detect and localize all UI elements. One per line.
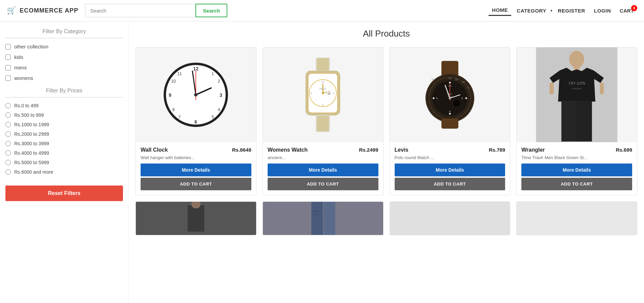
svg-point-30 <box>322 92 324 94</box>
add-to-cart-wrangler[interactable]: ADD TO CART <box>521 178 632 190</box>
price-6000-more[interactable]: Rs.6000 and more <box>5 169 123 175</box>
checkbox-kids[interactable] <box>5 55 11 60</box>
svg-point-17 <box>194 93 198 96</box>
category-other-collection[interactable]: other collection <box>5 44 123 49</box>
product-card-wall-clock: 12 3 6 9 1 2 4 5 7 8 10 11 <box>136 47 256 195</box>
svg-text:6: 6 <box>322 104 324 107</box>
product-actions-wall-clock: More Details ADD TO CART <box>136 164 256 195</box>
svg-text:1: 1 <box>212 71 214 76</box>
more-details-levis[interactable]: More Details <box>395 164 505 176</box>
product-card-levis: 55 60 65 70 50 12 3 <box>390 47 511 195</box>
svg-point-59 <box>449 97 451 100</box>
product-name-price-wall-clock: Wall Clock Rs.8648 <box>141 147 251 153</box>
radio-6000-more[interactable] <box>5 169 11 175</box>
radio-1000-1999[interactable] <box>5 122 11 127</box>
more-details-wall-clock[interactable]: More Details <box>141 164 251 176</box>
svg-rect-71 <box>188 205 204 232</box>
more-details-womens-watch[interactable]: More Details <box>268 164 378 176</box>
chevron-down-icon: ▾ <box>550 8 553 13</box>
main-layout: Filter By Category other collection kids… <box>0 22 644 303</box>
price-500-999[interactable]: Rs.500 to 999 <box>5 112 123 118</box>
svg-text:collection: collection <box>572 87 582 90</box>
svg-text:50: 50 <box>432 78 434 81</box>
product-info-levis: Levis Rs.789 Polo round Watch ... <box>390 142 510 164</box>
radio-4000-4999[interactable] <box>5 150 11 156</box>
levis-watch-image: 55 60 65 70 50 12 3 <box>416 61 484 129</box>
navbar: 🛒 ECOMMERCE APP Search HOME CATEGORY ▾ R… <box>0 0 644 22</box>
category-kids[interactable]: kids <box>5 54 123 60</box>
price-4000-4999[interactable]: Rs.4000 to 4999 <box>5 150 123 156</box>
svg-text:9: 9 <box>311 92 312 95</box>
nav-register[interactable]: REGISTER <box>555 6 589 16</box>
reset-filters-button[interactable]: Reset Filters <box>5 186 123 201</box>
svg-rect-19 <box>317 58 329 70</box>
more-details-wrangler[interactable]: More Details <box>521 164 632 176</box>
add-to-cart-levis[interactable]: ADD TO CART <box>395 178 505 190</box>
brand-name: ECOMMERCE APP <box>20 7 78 14</box>
category-mens[interactable]: mens <box>5 65 123 70</box>
price-5000-5999[interactable]: Rs.5000 to 5999 <box>5 160 123 165</box>
radio-5000-5999[interactable] <box>5 160 11 165</box>
radio-3000-3999[interactable] <box>5 141 11 146</box>
search-input[interactable] <box>85 4 195 17</box>
nav-links: HOME CATEGORY ▾ REGISTER LOGIN CART 0 <box>489 5 637 16</box>
svg-text:4: 4 <box>218 107 220 112</box>
checkbox-womens[interactable] <box>5 75 11 81</box>
svg-text:9: 9 <box>436 97 438 100</box>
product-card-womens-watch: 12 3 6 9 RADO 28 <box>263 47 383 195</box>
svg-text:3: 3 <box>461 97 463 100</box>
add-to-cart-womens-watch[interactable]: ADD TO CART <box>268 178 378 190</box>
womens-watch-image: 12 3 6 9 RADO 28 <box>292 58 353 132</box>
search-button[interactable]: Search <box>195 4 227 17</box>
nav-login[interactable]: LOGIN <box>590 6 614 16</box>
price-2000-2999[interactable]: Rs.2000 to 2999 <box>5 131 123 137</box>
label-5000-5999: Rs.5000 to 5999 <box>14 160 49 165</box>
product-desc-wrangler: Time Travlr Men Black Green Sl... <box>521 155 632 160</box>
product-image-wrangler: TÂY SƠN collection <box>517 47 637 142</box>
product-name-price-womens-watch: Womens Watch Rs.2499 <box>268 147 378 153</box>
label-womens: womens <box>14 75 33 81</box>
nav-home[interactable]: HOME <box>489 5 511 16</box>
checkbox-mens[interactable] <box>5 65 11 70</box>
price-1000-1999[interactable]: Rs.1000 to 1999 <box>5 122 123 127</box>
svg-text:10: 10 <box>171 79 176 84</box>
svg-rect-69 <box>562 101 576 142</box>
price-0-499[interactable]: Rs.0 to 499 <box>5 103 123 108</box>
nav-category-dropdown[interactable]: CATEGORY ▾ <box>513 6 552 16</box>
radio-0-499[interactable] <box>5 103 11 108</box>
product-name-wrangler: Wrangler <box>521 147 545 153</box>
price-3000-3999[interactable]: Rs.3000 to 3999 <box>5 141 123 146</box>
product-price-wall-clock: Rs.8648 <box>232 147 251 153</box>
products-title: All Products <box>136 28 637 39</box>
svg-rect-75 <box>324 202 335 235</box>
product-name-price-levis: Levis Rs.789 <box>395 147 505 153</box>
product-info-womens-watch: Womens Watch Rs.2499 ancient... <box>263 142 383 164</box>
svg-text:2: 2 <box>218 79 220 84</box>
product-name-womens-watch: Womens Watch <box>268 147 308 153</box>
svg-text:8: 8 <box>172 107 175 112</box>
category-womens[interactable]: womens <box>5 75 123 81</box>
svg-rect-66 <box>550 83 554 94</box>
radio-2000-2999[interactable] <box>5 131 11 137</box>
checkbox-other-collection[interactable] <box>5 44 11 49</box>
label-kids: kids <box>14 54 23 60</box>
label-2000-2999: Rs.2000 to 2999 <box>14 131 49 137</box>
svg-point-53 <box>453 99 461 107</box>
add-to-cart-wall-clock[interactable]: ADD TO CART <box>141 178 251 190</box>
svg-text:TÂY SƠN: TÂY SƠN <box>568 81 585 85</box>
nav-category[interactable]: CATEGORY <box>513 6 549 16</box>
svg-text:12: 12 <box>193 66 199 71</box>
svg-text:55: 55 <box>449 77 451 80</box>
svg-point-46 <box>465 98 467 99</box>
partial-product-4 <box>516 201 637 235</box>
cart-nav[interactable]: CART 0 <box>616 6 637 16</box>
radio-500-999[interactable] <box>5 112 11 118</box>
svg-text:3: 3 <box>220 92 222 98</box>
product-image-womens-watch: 12 3 6 9 RADO 28 <box>263 47 383 142</box>
svg-text:3: 3 <box>333 92 335 95</box>
filter-category-title: Filter By Category <box>5 28 123 35</box>
label-500-999: Rs.500 to 999 <box>14 112 44 118</box>
product-desc-wall-clock: Wall hanger with batteries... <box>141 155 251 160</box>
svg-point-62 <box>569 51 584 68</box>
svg-text:65: 65 <box>462 81 465 83</box>
